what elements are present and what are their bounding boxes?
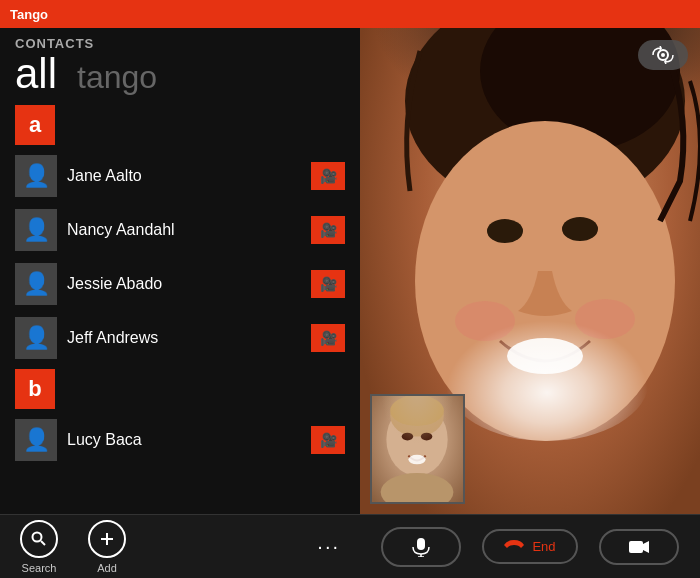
section-letter-b: b (15, 369, 55, 409)
add-button[interactable]: Add (88, 520, 126, 574)
svg-point-6 (415, 121, 675, 441)
avatar: 👤 (15, 209, 57, 251)
svg-point-16 (408, 455, 425, 465)
bottom-toolbar: Search Add ··· (0, 514, 360, 578)
pip-background (372, 396, 463, 502)
video-call-button[interactable]: 🎥 (311, 216, 345, 244)
svg-point-14 (402, 433, 413, 441)
svg-point-0 (33, 532, 42, 541)
person-icon: 👤 (23, 163, 50, 189)
app-title: Tango (10, 7, 48, 22)
svg-point-13 (390, 396, 444, 437)
svg-point-11 (575, 299, 635, 339)
section-header-b: b (0, 365, 360, 413)
person-icon: 👤 (23, 427, 50, 453)
pip-video (370, 394, 465, 504)
left-panel: CONTACTS all tango a 👤 Jane Aalto 🎥 (0, 28, 360, 578)
list-item[interactable]: 👤 Nancy Aandahl 🎥 (0, 203, 360, 257)
avatar: 👤 (15, 419, 57, 461)
svg-marker-25 (643, 541, 649, 553)
video-icon: 🎥 (320, 222, 337, 238)
contacts-label: CONTACTS (15, 36, 345, 51)
search-label: Search (22, 562, 57, 574)
svg-point-7 (487, 219, 523, 243)
avatar: 👤 (15, 317, 57, 359)
tab-all[interactable]: all (15, 53, 57, 95)
contact-name: Nancy Aandahl (67, 221, 301, 239)
tab-tango[interactable]: tango (77, 61, 157, 93)
svg-point-9 (507, 338, 583, 374)
svg-rect-21 (417, 538, 425, 550)
svg-point-15 (421, 433, 432, 441)
avatar: 👤 (15, 263, 57, 305)
list-item[interactable]: 👤 Lucy Baca 🎥 (0, 413, 360, 467)
video-main (360, 28, 700, 514)
right-panel: End (360, 28, 700, 578)
video-call-button[interactable]: 🎥 (311, 270, 345, 298)
contact-name: Lucy Baca (67, 431, 301, 449)
video-icon: 🎥 (320, 276, 337, 292)
svg-point-8 (562, 217, 598, 241)
contact-list: a 👤 Jane Aalto 🎥 👤 Nancy Aandahl 🎥 (0, 101, 360, 514)
section-letter-a: a (15, 105, 55, 145)
svg-point-12 (386, 403, 447, 476)
contact-name: Jeff Andrews (67, 329, 301, 347)
list-item[interactable]: 👤 Jeff Andrews 🎥 (0, 311, 360, 365)
svg-point-10 (455, 301, 515, 341)
svg-point-20 (661, 53, 665, 57)
video-icon: 🎥 (320, 432, 337, 448)
main-content: CONTACTS all tango a 👤 Jane Aalto 🎥 (0, 28, 700, 578)
svg-rect-24 (629, 541, 643, 553)
video-icon: 🎥 (320, 168, 337, 184)
search-icon (20, 520, 58, 558)
call-controls: End (360, 514, 700, 578)
video-toggle-button[interactable] (599, 529, 679, 565)
video-icon: 🎥 (320, 330, 337, 346)
avatar: 👤 (15, 155, 57, 197)
add-icon (88, 520, 126, 558)
section-header-a: a (0, 101, 360, 149)
video-call-button[interactable]: 🎥 (311, 426, 345, 454)
contacts-header: CONTACTS (0, 28, 360, 51)
add-label: Add (97, 562, 117, 574)
end-label: End (532, 539, 555, 554)
video-call-button[interactable]: 🎥 (311, 162, 345, 190)
person-icon: 👤 (23, 271, 50, 297)
contact-name: Jane Aalto (67, 167, 301, 185)
svg-line-1 (41, 541, 45, 545)
search-button[interactable]: Search (20, 520, 58, 574)
svg-point-18 (381, 473, 454, 502)
title-bar: Tango (0, 0, 700, 28)
list-item[interactable]: 👤 Jane Aalto 🎥 (0, 149, 360, 203)
list-item[interactable]: 👤 Jessie Abado 🎥 (0, 257, 360, 311)
person-icon: 👤 (23, 217, 50, 243)
contacts-tabs: all tango (0, 51, 360, 101)
mute-button[interactable] (381, 527, 461, 567)
person-icon: 👤 (23, 325, 50, 351)
end-call-button[interactable]: End (482, 529, 577, 564)
more-button[interactable]: ··· (317, 535, 340, 558)
camera-flip-button[interactable] (638, 40, 688, 70)
contact-name: Jessie Abado (67, 275, 301, 293)
video-call-button[interactable]: 🎥 (311, 324, 345, 352)
svg-point-17 (390, 396, 444, 426)
